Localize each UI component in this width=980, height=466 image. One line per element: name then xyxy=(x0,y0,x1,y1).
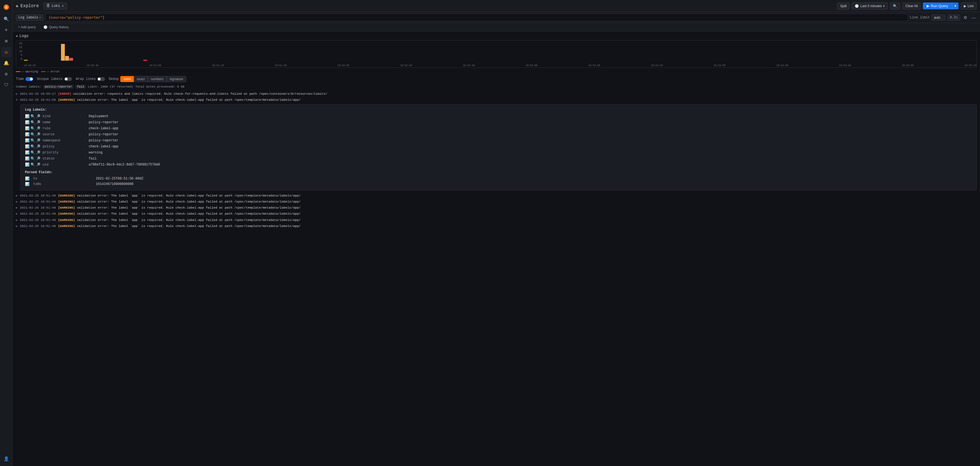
add-query-button[interactable]: + Add query xyxy=(16,24,38,30)
clear-all-button[interactable]: Clear All xyxy=(902,2,921,10)
settings-icon-btn[interactable]: ⚙ xyxy=(963,14,968,21)
query-history-button[interactable]: 🕐 Query history xyxy=(41,24,71,30)
logs-header[interactable]: ▲ Logs xyxy=(16,34,977,38)
label-icons-uid: 📊 🔍 🔎 xyxy=(25,162,40,167)
log-entry-more-5[interactable]: ▶ 2021-02-25 10:51:49 [WARNING] validati… xyxy=(16,217,977,223)
bar-chart-icon[interactable]: 📊 xyxy=(25,144,29,149)
grid-icon[interactable]: ⊞ xyxy=(2,36,11,46)
log-entry-more-1[interactable]: ▶ 2021-02-25 10:51:49 [WARNING] validati… xyxy=(16,193,977,199)
collapse-icon: ▲ xyxy=(16,34,18,38)
filter-exclude-icon[interactable]: 🔎 xyxy=(36,157,40,161)
wrap-lines-toggle[interactable] xyxy=(97,77,105,81)
log-level-m5: [WARNING] xyxy=(58,218,75,222)
bar-chart-icon[interactable]: 📊 xyxy=(25,162,29,167)
bar-chart-icon[interactable]: 📊 xyxy=(25,114,29,119)
filter-include-icon[interactable]: 🔍 xyxy=(30,162,35,167)
filter-include-icon[interactable]: 🔍 xyxy=(30,114,35,119)
time-toggle[interactable] xyxy=(25,77,33,81)
live-button[interactable]: ▶ Live xyxy=(961,2,977,10)
label-key-uid: uid xyxy=(43,163,86,166)
filter-exclude-icon[interactable]: 🔎 xyxy=(36,126,40,131)
log-time-m4: 2021-02-25 10:51:49 xyxy=(20,211,56,216)
filter-include-icon[interactable]: 🔍 xyxy=(30,138,35,143)
bar-chart-icon[interactable]: 📊 xyxy=(25,157,29,161)
filter-exclude-icon[interactable]: 🔎 xyxy=(36,132,40,137)
dedup-numbers-button[interactable]: numbers xyxy=(148,76,167,82)
split-button[interactable]: Split xyxy=(837,2,850,10)
filter-exclude-icon[interactable]: 🔎 xyxy=(36,151,40,155)
plus-icon[interactable]: + xyxy=(2,25,11,35)
bell-icon[interactable]: 🔔 xyxy=(2,58,11,68)
label-key-name: name xyxy=(43,120,86,124)
y-label-20: 20 xyxy=(16,42,22,45)
common-labels-row: Common labels: policy-reporter fail Limi… xyxy=(16,85,977,89)
log-entry-1[interactable]: ▶ 2021-02-25 10:55:17 [ERROR] validation… xyxy=(16,91,977,97)
time-range-button[interactable]: 🕐 Last 5 minutes ▾ xyxy=(852,2,888,10)
common-labels-label: Common labels: xyxy=(16,85,41,88)
label-key-source: source xyxy=(43,133,86,136)
filter-exclude-icon[interactable]: 🔎 xyxy=(36,120,40,125)
filter-include-icon[interactable]: 🔍 xyxy=(30,126,35,131)
filter-exclude-icon[interactable]: 🔎 xyxy=(36,114,40,119)
legend-dot-error xyxy=(41,71,46,72)
label-key-kind: kind xyxy=(43,114,86,118)
label-value-uid: a796ef11-9bc9-4dc2-9d67-7069817570d0 xyxy=(89,163,160,166)
log-text-m2: validation error: The label `app` is req… xyxy=(77,199,977,204)
loki-icon: 🗄 xyxy=(46,4,50,8)
common-label-policy-reporter[interactable]: policy-reporter xyxy=(43,85,73,89)
log-entry-more-3[interactable]: ▶ 2021-02-25 10:51:49 [WARNING] validati… xyxy=(16,205,977,211)
run-query-button[interactable]: ▶ Run Query xyxy=(923,2,952,10)
zoom-button[interactable]: 🔍 xyxy=(890,2,900,10)
shield-icon[interactable]: 🛡 xyxy=(2,80,11,90)
history-icon: 🕐 xyxy=(43,25,48,29)
dedup-signature-button[interactable]: signature xyxy=(167,76,186,82)
remove-query-btn[interactable]: — xyxy=(970,14,977,20)
user-icon[interactable]: 👤 xyxy=(2,454,11,464)
logo-icon[interactable]: G xyxy=(2,2,11,12)
filter-include-icon[interactable]: 🔍 xyxy=(30,151,35,155)
unique-labels-toggle[interactable] xyxy=(64,77,72,81)
label-row-kind: 📊 🔍 🔎 kind Deployment xyxy=(25,113,972,119)
parsed-row-tsns: 📊 tsNs 1614246710000000000 xyxy=(25,181,972,187)
bar-chart-icon[interactable]: 📊 xyxy=(25,138,29,143)
bar-chart-icon[interactable]: 📊 xyxy=(25,132,29,137)
bytes-info: Total bytes processed: 6 kB xyxy=(135,85,184,88)
filter-exclude-icon[interactable]: 🔎 xyxy=(36,138,40,143)
log-entry-more-4[interactable]: ▶ 2021-02-25 10:51:49 [WARNING] validati… xyxy=(16,211,977,217)
log-time-1: 2021-02-25 10:55:17 xyxy=(20,91,56,96)
label-row-priority: 📊 🔍 🔎 priority warning xyxy=(25,150,972,155)
run-query-dropdown[interactable]: ▾ xyxy=(952,2,959,10)
gear-icon[interactable]: ⚙ xyxy=(2,69,11,79)
filter-include-icon[interactable]: 🔍 xyxy=(30,132,35,137)
dedup-control: Dedup none exact numbers signature xyxy=(109,76,186,82)
filter-exclude-icon[interactable]: 🔎 xyxy=(36,144,40,149)
x-label: 10:52:20 xyxy=(400,64,412,67)
query-input[interactable] xyxy=(46,14,908,21)
bar-chart-icon-ts: 📊 xyxy=(25,176,29,181)
bar-chart-icon[interactable]: 📊 xyxy=(25,126,29,131)
time-range-label: Last 5 minutes xyxy=(860,4,882,8)
log-labels-tag[interactable]: Log labels ▾ xyxy=(16,14,43,21)
datasource-selector[interactable]: 🗄 Loki ▾ xyxy=(43,2,67,10)
log-entry-2[interactable]: ▼ 2021-02-25 10:51:50 [WARNING] validati… xyxy=(16,97,977,103)
bar-chart-icon[interactable]: 📊 xyxy=(25,120,29,125)
filter-include-icon[interactable]: 🔍 xyxy=(30,120,35,125)
log-entry-more-6[interactable]: ▶ 2021-02-25 10:51:49 [WARNING] validati… xyxy=(16,223,977,229)
common-label-fail[interactable]: fail xyxy=(76,85,86,89)
x-label: 10:50:20 xyxy=(24,64,36,67)
legend-label-error: — error xyxy=(47,70,60,73)
compass-icon[interactable]: ◎ xyxy=(2,47,11,57)
dedup-exact-button[interactable]: exact xyxy=(134,76,148,82)
log-labels-section: Log Labels: 📊 🔍 🔎 kind Deployment 📊 xyxy=(25,108,972,168)
log-entry-more-2[interactable]: ▶ 2021-02-25 10:51:49 [WARNING] validati… xyxy=(16,199,977,205)
dedup-none-button[interactable]: none xyxy=(120,76,134,82)
label-value-source: policy-reporter xyxy=(89,133,118,136)
filter-include-icon[interactable]: 🔍 xyxy=(30,157,35,161)
chart-bar xyxy=(69,58,73,61)
filter-include-icon[interactable]: 🔍 xyxy=(30,144,35,149)
bar-chart-icon[interactable]: 📊 xyxy=(25,151,29,155)
log-level-m3: [WARNING] xyxy=(58,205,75,210)
search-icon[interactable]: 🔍 xyxy=(2,14,11,24)
line-limit-input[interactable] xyxy=(931,14,945,21)
filter-exclude-icon[interactable]: 🔎 xyxy=(36,162,40,167)
